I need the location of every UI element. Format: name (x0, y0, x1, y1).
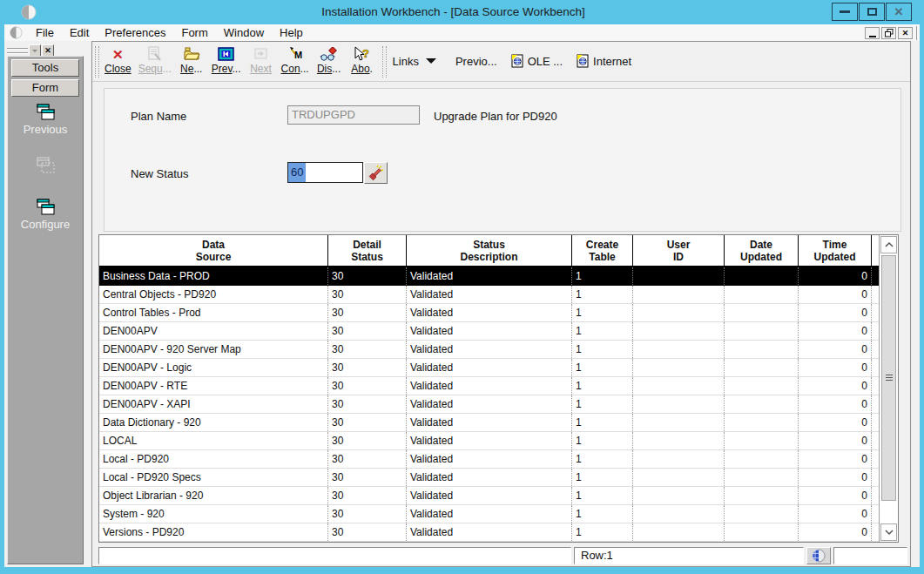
cell-data-source[interactable]: Central Objects - PD920 (99, 286, 328, 303)
table-row[interactable]: Data Dictionary - 92030Validated10 (99, 414, 898, 432)
cell-date-updated[interactable] (725, 523, 799, 541)
cell-create-table[interactable]: 1 (572, 523, 633, 541)
cell-time-updated[interactable]: 0 (799, 414, 872, 431)
cell-detail-status[interactable]: 30 (328, 432, 407, 449)
cell-user-id[interactable] (633, 432, 725, 449)
cell-date-updated[interactable] (725, 286, 799, 303)
cell-detail-status[interactable]: 30 (328, 359, 407, 376)
table-row[interactable]: LOCAL30Validated10 (99, 432, 898, 450)
cell-detail-status[interactable]: 30 (328, 304, 407, 321)
cell-create-table[interactable]: 1 (572, 341, 633, 358)
cell-detail-status[interactable]: 30 (328, 487, 407, 504)
cell-status-description[interactable]: Validated (407, 286, 572, 303)
cell-user-id[interactable] (633, 414, 725, 431)
cell-time-updated[interactable]: 0 (799, 395, 872, 413)
cell-date-updated[interactable] (725, 432, 799, 449)
cell-data-source[interactable]: DEN00APV (99, 322, 328, 340)
close-button[interactable]: ✕ (886, 3, 912, 21)
column-header-date-updated[interactable]: DateUpdated (725, 235, 799, 266)
toolbar-link-previo[interactable]: Previo... (455, 54, 497, 68)
sidebar-item-previous[interactable]: Previous (8, 102, 83, 136)
menu-item-form[interactable]: Form (173, 24, 215, 41)
table-row[interactable]: Control Tables - Prod30Validated10 (99, 304, 898, 322)
cell-date-updated[interactable] (725, 395, 799, 413)
cell-status-description[interactable]: Validated (407, 322, 572, 340)
table-row[interactable]: DEN00APV30Validated10 (99, 322, 898, 341)
cell-date-updated[interactable] (725, 414, 799, 431)
cell-status-description[interactable]: Validated (407, 505, 572, 523)
cell-data-source[interactable]: Local - PD920 Specs (99, 469, 328, 486)
scroll-down-button[interactable] (880, 523, 897, 541)
cell-status-description[interactable]: Validated (407, 432, 572, 449)
toolbar-link-ole[interactable]: OLE ... (511, 54, 563, 68)
table-row[interactable]: DEN00APV - XAPI30Validated10 (99, 395, 898, 414)
cell-time-updated[interactable]: 0 (799, 341, 872, 358)
cell-status-description[interactable]: Validated (407, 304, 572, 321)
cell-status-description[interactable]: Validated (407, 359, 572, 376)
cell-detail-status[interactable]: 30 (328, 523, 407, 541)
cell-date-updated[interactable] (725, 487, 799, 504)
cell-time-updated[interactable]: 0 (799, 304, 872, 321)
cell-detail-status[interactable]: 30 (328, 377, 407, 395)
cell-status-description[interactable]: Validated (407, 377, 572, 395)
table-row[interactable]: DEN00APV - 920 Server Map30Validated10 (99, 341, 898, 359)
cell-status-description[interactable]: Validated (407, 469, 572, 486)
minimize-button[interactable] (832, 3, 858, 21)
cell-data-source[interactable]: LOCAL (99, 432, 328, 449)
menu-item-window[interactable]: Window (216, 24, 272, 41)
table-row[interactable]: Object Librarian - 92030Validated10 (99, 487, 898, 505)
cell-create-table[interactable]: 1 (572, 450, 633, 468)
cell-data-source[interactable]: Local - PD920 (99, 450, 328, 468)
cell-data-source[interactable]: Versions - PD920 (99, 523, 328, 541)
menu-item-help[interactable]: Help (272, 24, 311, 41)
toolbar-button-dis[interactable]: Dis... (314, 44, 345, 79)
titlebar[interactable]: Installation Workbench - [Data Source Wo… (0, 0, 924, 24)
cell-user-id[interactable] (633, 341, 725, 358)
fastpath-close-button[interactable]: ✕ (42, 44, 54, 57)
cell-data-source[interactable]: DEN00APV - Logic (99, 359, 328, 376)
sidebar-item-configure[interactable]: Configure (8, 197, 83, 231)
cell-detail-status[interactable]: 30 (328, 450, 407, 468)
menu-item-file[interactable]: File (28, 24, 62, 41)
cell-create-table[interactable]: 1 (572, 286, 633, 303)
cell-create-table[interactable]: 1 (572, 414, 633, 431)
cell-time-updated[interactable]: 0 (799, 286, 872, 303)
cell-detail-status[interactable]: 30 (328, 341, 407, 358)
cell-create-table[interactable]: 1 (572, 304, 633, 321)
maximize-button[interactable] (859, 3, 885, 21)
column-header-data-source[interactable]: DataSource (99, 235, 328, 266)
table-row[interactable]: Local - PD92030Validated10 (99, 450, 898, 469)
cell-status-description[interactable]: Validated (407, 487, 572, 504)
menu-item-edit[interactable]: Edit (62, 24, 97, 41)
cell-date-updated[interactable] (725, 341, 799, 358)
cell-detail-status[interactable]: 30 (328, 505, 407, 523)
cell-time-updated[interactable]: 0 (799, 450, 872, 468)
cell-create-table[interactable]: 1 (572, 322, 633, 340)
cell-status-description[interactable]: Validated (407, 267, 572, 285)
column-header-create-table[interactable]: CreateTable (572, 235, 633, 266)
cell-date-updated[interactable] (725, 469, 799, 486)
cell-time-updated[interactable]: 0 (799, 523, 872, 541)
scrollbar-thumb[interactable] (881, 255, 896, 501)
cell-date-updated[interactable] (725, 450, 799, 468)
cell-date-updated[interactable] (725, 267, 799, 285)
cell-time-updated[interactable]: 0 (799, 322, 872, 340)
column-header-status-description[interactable]: StatusDescription (407, 235, 572, 266)
sidebar-tab-form[interactable]: Form (11, 79, 79, 97)
cell-status-description[interactable]: Validated (407, 395, 572, 413)
cell-data-source[interactable]: Business Data - PROD (99, 267, 328, 285)
cell-date-updated[interactable] (725, 505, 799, 523)
table-row[interactable]: Local - PD920 Specs30Validated10 (99, 469, 898, 487)
toolbar-button-con[interactable]: MCon... (279, 44, 312, 79)
cell-detail-status[interactable]: 30 (328, 322, 407, 340)
cell-time-updated[interactable]: 0 (799, 377, 872, 395)
cell-status-description[interactable]: Validated (407, 450, 572, 468)
sidebar-tab-tools[interactable]: Tools (11, 59, 79, 77)
cell-user-id[interactable] (633, 267, 725, 285)
mdi-close-button[interactable]: ✕ (898, 27, 913, 39)
cell-user-id[interactable] (633, 469, 725, 486)
cell-data-source[interactable]: DEN00APV - RTE (99, 377, 328, 395)
cell-user-id[interactable] (633, 304, 725, 321)
cell-create-table[interactable]: 1 (572, 359, 633, 376)
cell-status-description[interactable]: Validated (407, 414, 572, 431)
